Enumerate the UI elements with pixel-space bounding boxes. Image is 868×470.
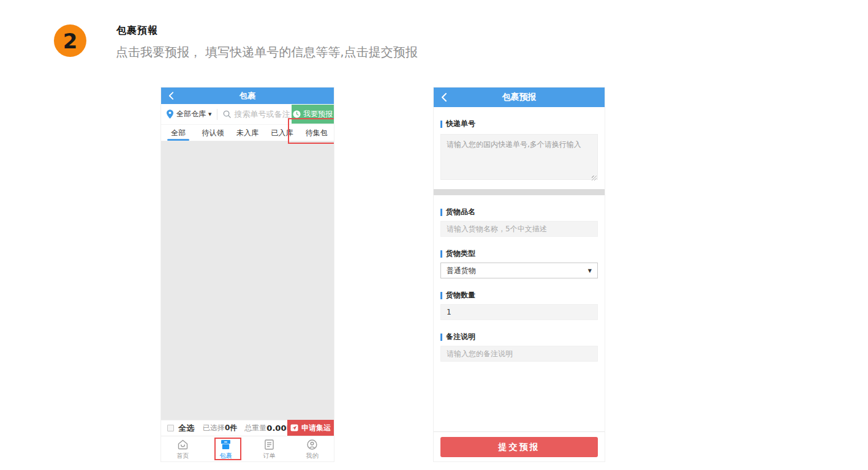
consolidate-button[interactable]: 申请集运 <box>287 420 334 436</box>
page-title: 包裹 <box>240 91 255 102</box>
cargo-type-value: 普通货物 <box>447 266 476 276</box>
clock-icon <box>293 110 301 118</box>
cargo-type-select[interactable]: 普通货物 ▼ <box>440 263 598 278</box>
caret-down-icon: ▼ <box>588 268 592 274</box>
forecast-form: 快递单号 货物品名 货物类型 普通货物 ▼ 货物数量 <box>434 119 605 362</box>
package-list-screen: 包裹 全部仓库 ▼ 搜索单号或备注 我要预报 全部 待认领 未入库 已入库 <box>160 87 334 462</box>
home-icon <box>176 438 189 451</box>
bottom-tab-bar: 首页 包裹 订单 我的 <box>161 436 334 461</box>
consolidate-icon <box>290 424 298 431</box>
tab-all[interactable]: 全部 <box>161 125 195 141</box>
label-accent-bar <box>440 292 442 299</box>
section-divider <box>434 189 605 195</box>
profile-icon <box>306 438 319 451</box>
package-forecast-screen: 包裹预报 快递单号 货物品名 货物类型 普通货物 <box>433 87 605 462</box>
field-label-tracking-number: 快递单号 <box>440 119 598 129</box>
select-all-checkbox[interactable] <box>167 425 174 431</box>
step-title: 包裹預報 <box>116 24 158 37</box>
tracking-number-textarea[interactable] <box>440 134 598 180</box>
consolidate-button-label: 申请集运 <box>301 423 331 433</box>
forecast-header: 包裹预报 <box>434 88 605 107</box>
weight-label: 总重量 <box>244 423 266 433</box>
back-icon <box>168 92 174 100</box>
submit-forecast-button[interactable]: 提交预报 <box>440 437 598 457</box>
label-accent-bar <box>440 250 442 258</box>
nav-label-orders: 订单 <box>263 452 275 460</box>
caret-down-icon: ▼ <box>208 112 211 117</box>
cargo-quantity-input[interactable] <box>440 304 598 320</box>
field-label-cargo-type: 货物类型 <box>440 248 598 259</box>
field-label-cargo-name: 货物品名 <box>440 207 598 217</box>
nav-item-profile[interactable]: 我的 <box>291 436 334 461</box>
tab-not-in-warehouse[interactable]: 未入库 <box>230 125 265 141</box>
package-list-header: 包裹 <box>161 88 334 104</box>
nav-label-home: 首页 <box>176 452 189 460</box>
package-icon <box>219 438 232 451</box>
status-tabs: 全部 待认领 未入库 已入库 待集包 <box>161 125 334 141</box>
back-button[interactable] <box>168 88 174 104</box>
divider <box>217 109 217 120</box>
page-title: 包裹预报 <box>502 92 537 103</box>
field-label-remark: 备注说明 <box>440 332 598 342</box>
selected-count-label: 已选择 <box>203 423 225 433</box>
resize-handle-icon[interactable] <box>592 176 597 181</box>
forecast-button-label: 我要预报 <box>303 109 333 119</box>
step-number-badge: 2 <box>54 24 86 57</box>
select-all-label: 全选 <box>178 423 194 434</box>
field-label-cargo-quantity: 货物数量 <box>440 290 598 300</box>
filter-bar: 全部仓库 ▼ 搜索单号或备注 我要预报 <box>161 104 334 125</box>
tab-to-claim[interactable]: 待认领 <box>195 125 230 141</box>
step-subtitle: 点击我要预报， 填写快递单号的信息等等,点击提交预报 <box>116 44 418 61</box>
warehouse-selector[interactable]: 全部仓库 ▼ <box>167 109 211 119</box>
back-button[interactable] <box>441 88 447 107</box>
tab-to-pack[interactable]: 待集包 <box>300 125 334 141</box>
nav-label-packages: 包裹 <box>220 452 232 460</box>
order-icon <box>263 438 276 451</box>
label-accent-bar <box>440 334 442 341</box>
tab-in-warehouse[interactable]: 已入库 <box>265 125 299 141</box>
forecast-footer: 提交预报 <box>434 431 605 457</box>
search-placeholder: 搜索单号或备注 <box>234 109 290 120</box>
nav-item-home[interactable]: 首页 <box>161 436 205 461</box>
search-icon <box>223 110 231 118</box>
label-accent-bar <box>440 209 442 216</box>
tutorial-page: 2 包裹預報 点击我要预报， 填写快递单号的信息等等,点击提交预报 包裹 全部仓… <box>0 0 868 470</box>
selection-bar: 全选 已选择 0件 总重量 0.00 kg 申请集运 <box>161 420 334 436</box>
nav-item-orders[interactable]: 订单 <box>247 436 291 461</box>
remark-input[interactable] <box>440 346 598 362</box>
nav-item-packages[interactable]: 包裹 <box>205 436 248 461</box>
forecast-button[interactable]: 我要预报 <box>292 105 334 124</box>
weight-value: 0.00 <box>266 423 286 433</box>
warehouse-selector-label: 全部仓库 <box>176 109 206 119</box>
location-pin-icon <box>167 110 173 119</box>
cargo-name-input[interactable] <box>440 221 598 237</box>
nav-label-profile: 我的 <box>306 452 319 460</box>
back-icon <box>441 93 447 102</box>
empty-package-list <box>161 141 334 420</box>
label-accent-bar <box>440 121 442 128</box>
selected-count-value: 0件 <box>225 423 237 433</box>
